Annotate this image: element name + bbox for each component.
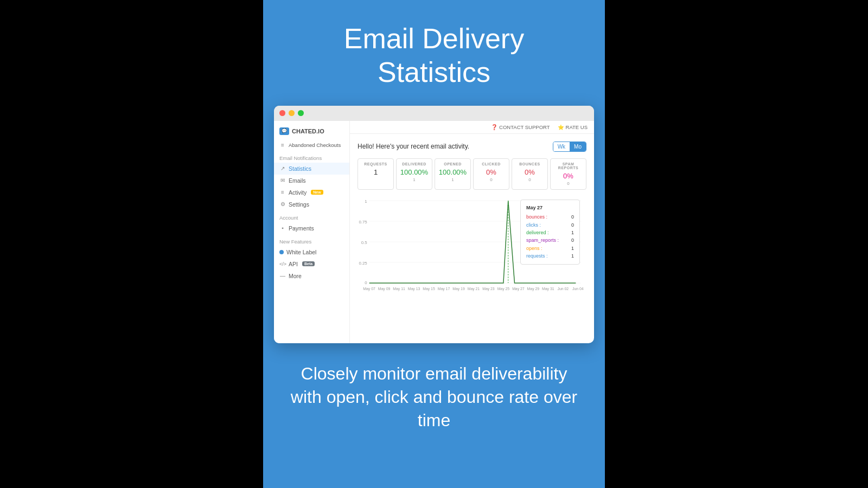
svg-text:May 13: May 13 bbox=[408, 287, 420, 291]
beta-badge: Beta bbox=[302, 261, 315, 266]
sidebar-label-statistics: Statistics bbox=[289, 165, 311, 172]
tooltip-bounces: bounces : 0 bbox=[526, 213, 574, 221]
email-icon: ✉ bbox=[279, 177, 286, 183]
opened-label: OPENED bbox=[437, 162, 468, 166]
sidebar-label-abandoned: Abandoned Checkouts bbox=[289, 142, 341, 148]
stats-header: Hello! Here's your recent email activity… bbox=[358, 142, 586, 152]
svg-text:1: 1 bbox=[365, 199, 367, 204]
list-icon: ≡ bbox=[279, 142, 286, 148]
sidebar-item-activity[interactable]: ≡ Activity New bbox=[274, 187, 349, 198]
toggle-month[interactable]: Mo bbox=[570, 142, 586, 151]
more-icon: — bbox=[279, 273, 286, 279]
tooltip-delivered: delivered : 1 bbox=[526, 229, 574, 236]
star-icon: ⭐ bbox=[558, 124, 564, 130]
clicked-label: CLICKED bbox=[476, 162, 507, 166]
main-content: ❓ CONTACT SUPPORT ⭐ RATE US Hello! Here'… bbox=[350, 121, 594, 343]
sidebar-label-white-label: White Label bbox=[286, 249, 316, 255]
svg-text:May 15: May 15 bbox=[423, 287, 435, 291]
sidebar-item-abandoned-checkouts[interactable]: ≡ Abandoned Checkouts bbox=[274, 139, 349, 151]
sidebar-label-settings: Settings bbox=[289, 201, 309, 208]
sidebar-label-activity: Activity bbox=[289, 189, 307, 196]
svg-text:May 17: May 17 bbox=[438, 287, 450, 291]
clicked-value: 0% bbox=[476, 168, 507, 176]
greeting-text: Hello! Here's your recent email activity… bbox=[358, 143, 469, 150]
api-icon: </> bbox=[279, 261, 286, 267]
dot-icon bbox=[279, 250, 284, 254]
sidebar-label-more: More bbox=[289, 273, 302, 279]
chart-tooltip: May 27 bounces : 0 clicks : 0 delivered … bbox=[520, 200, 580, 265]
center-panel: Email Delivery Statistics 💬 CHATED.IO bbox=[263, 0, 605, 488]
gear-icon: ⚙ bbox=[279, 201, 286, 207]
sidebar-label-payments: Payments bbox=[289, 225, 314, 232]
tooltip-requests: requests : 1 bbox=[526, 252, 574, 260]
rate-us-button[interactable]: ⭐ RATE US bbox=[558, 124, 588, 130]
stat-card-bounces: BOUNCES 0% 0 bbox=[512, 158, 548, 190]
svg-text:May 27: May 27 bbox=[512, 287, 525, 291]
svg-text:May 11: May 11 bbox=[393, 287, 405, 291]
logo-text: CHATED.IO bbox=[292, 128, 324, 134]
requests-value: 1 bbox=[360, 168, 391, 176]
period-toggle[interactable]: Wk Mo bbox=[553, 142, 586, 152]
svg-text:May 21: May 21 bbox=[468, 287, 480, 291]
tooltip-clicks: clicks : 0 bbox=[526, 221, 574, 229]
bounces-sub: 0 bbox=[514, 177, 545, 182]
sidebar-label-api: API bbox=[289, 261, 298, 267]
requests-label: REQUESTS bbox=[360, 162, 391, 166]
delivered-sub: 1 bbox=[399, 177, 430, 182]
bounces-label: BOUNCES bbox=[514, 162, 545, 166]
svg-text:May 19: May 19 bbox=[452, 287, 465, 291]
sidebar-item-api[interactable]: </> API Beta bbox=[274, 258, 349, 270]
spam-sub: 0 bbox=[553, 181, 584, 186]
chart-wrapper: 1 0.75 0.5 0.25 0 bbox=[358, 195, 586, 296]
rate-us-label: RATE US bbox=[566, 124, 588, 130]
contact-support-button[interactable]: ❓ CONTACT SUPPORT bbox=[491, 124, 550, 130]
stats-cards: REQUESTS 1 DELIVERED 100.00% 1 OPENED 10… bbox=[358, 158, 586, 190]
opened-sub: 1 bbox=[437, 177, 468, 182]
sidebar: 💬 CHATED.IO ≡ Abandoned Checkouts Email … bbox=[274, 121, 350, 343]
browser-titlebar bbox=[274, 106, 594, 121]
sidebar-item-payments[interactable]: ▪ Payments bbox=[274, 222, 349, 234]
svg-text:0.25: 0.25 bbox=[359, 261, 367, 266]
delivered-label: DELIVERED bbox=[399, 162, 430, 166]
sidebar-section-features: New Features bbox=[274, 234, 349, 246]
sidebar-label-emails: Emails bbox=[289, 177, 306, 184]
stats-icon: ↗ bbox=[279, 165, 286, 171]
page-title: Email Delivery Statistics bbox=[263, 0, 605, 106]
top-bar: ❓ CONTACT SUPPORT ⭐ RATE US bbox=[350, 121, 594, 134]
sidebar-item-more[interactable]: — More bbox=[274, 270, 349, 282]
bounces-value: 0% bbox=[514, 168, 545, 176]
spam-value: 0% bbox=[553, 172, 584, 180]
clicked-sub: 0 bbox=[476, 177, 507, 182]
tooltip-spam: spam_reports : 0 bbox=[526, 236, 574, 244]
svg-text:May 29: May 29 bbox=[527, 287, 540, 291]
stat-card-spam: SPAM REPORTS 0% 0 bbox=[550, 158, 586, 190]
svg-text:0: 0 bbox=[365, 280, 367, 285]
question-icon: ❓ bbox=[491, 124, 497, 130]
browser-window: 💬 CHATED.IO ≡ Abandoned Checkouts Email … bbox=[274, 106, 594, 343]
svg-text:May 09: May 09 bbox=[378, 287, 391, 291]
tooltip-opens: opens : 1 bbox=[526, 245, 574, 252]
toggle-week[interactable]: Wk bbox=[553, 142, 570, 151]
browser-content: 💬 CHATED.IO ≡ Abandoned Checkouts Email … bbox=[274, 121, 594, 343]
sidebar-item-statistics[interactable]: ↗ Statistics bbox=[274, 163, 349, 175]
sidebar-item-settings[interactable]: ⚙ Settings bbox=[274, 198, 349, 210]
minimize-button[interactable] bbox=[289, 110, 295, 116]
bottom-subtitle: Closely monitor email deliverability wit… bbox=[263, 343, 605, 449]
close-button[interactable] bbox=[279, 110, 285, 116]
svg-text:May 31: May 31 bbox=[542, 287, 554, 291]
stats-area: Hello! Here's your recent email activity… bbox=[350, 134, 594, 343]
stat-card-delivered: DELIVERED 100.00% 1 bbox=[396, 158, 432, 190]
sidebar-logo: 💬 CHATED.IO bbox=[274, 123, 349, 139]
payments-icon: ▪ bbox=[279, 225, 286, 231]
svg-text:0.5: 0.5 bbox=[361, 240, 367, 245]
svg-text:May 07: May 07 bbox=[363, 287, 375, 291]
stat-card-opened: OPENED 100.00% 1 bbox=[435, 158, 471, 190]
svg-text:May 25: May 25 bbox=[497, 287, 510, 291]
maximize-button[interactable] bbox=[298, 110, 304, 116]
new-badge: New bbox=[311, 190, 323, 195]
contact-support-label: CONTACT SUPPORT bbox=[499, 124, 550, 130]
sidebar-item-white-label[interactable]: White Label bbox=[274, 246, 349, 258]
sidebar-item-emails[interactable]: ✉ Emails bbox=[274, 175, 349, 187]
stat-card-requests: REQUESTS 1 bbox=[358, 158, 394, 190]
stat-card-clicked: CLICKED 0% 0 bbox=[473, 158, 509, 190]
